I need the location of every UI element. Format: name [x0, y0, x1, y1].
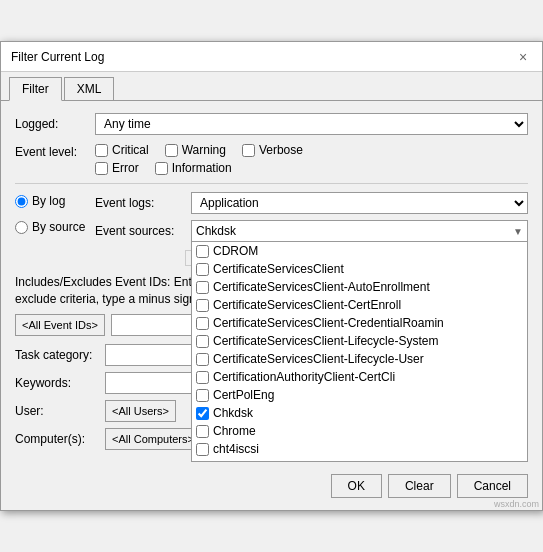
user-label: User: [15, 404, 105, 418]
error-input[interactable] [95, 162, 108, 175]
certsvcsclient-lifecycle-user-label: CertificateServicesClient-Lifecycle-User [213, 352, 424, 366]
radio-col: By log By source [15, 192, 95, 266]
ok-button[interactable]: OK [331, 474, 382, 498]
certpoleng-checkbox[interactable] [196, 389, 209, 402]
certsvcsclient-auto-label: CertificateServicesClient-AutoEnrollment [213, 280, 430, 294]
dropdown-item-cht4iscsi[interactable]: cht4iscsi [192, 440, 527, 458]
certsvcsclient-certenroll-checkbox[interactable] [196, 299, 209, 312]
information-checkbox[interactable]: Information [155, 161, 232, 175]
logged-dropdown[interactable]: Any time Last hour Last 12 hours Last 24… [95, 113, 528, 135]
logged-label: Logged: [15, 117, 95, 131]
tab-filter[interactable]: Filter [9, 77, 62, 101]
critical-input[interactable] [95, 144, 108, 157]
warning-checkbox[interactable]: Warning [165, 143, 226, 157]
tab-bar: Filter XML [1, 72, 542, 101]
certsvcsclient-auto-checkbox[interactable] [196, 281, 209, 294]
verbose-input[interactable] [242, 144, 255, 157]
bottom-buttons: OK Clear Cancel [1, 468, 542, 510]
critical-checkbox[interactable]: Critical [95, 143, 149, 157]
dropdown-item-certsvcsclient-credroam[interactable]: CertificateServicesClient-CredentialRoam… [192, 314, 527, 332]
chrome-checkbox[interactable] [196, 425, 209, 438]
event-sources-label: Event sources: [95, 224, 185, 238]
certsvcsclient-lifecycle-sys-checkbox[interactable] [196, 335, 209, 348]
error-checkbox[interactable]: Error [95, 161, 139, 175]
verbose-checkbox[interactable]: Verbose [242, 143, 303, 157]
chkdsk-checkbox[interactable] [196, 407, 209, 420]
certsvcsclient-label: CertificateServicesClient [213, 262, 344, 276]
by-source-input[interactable] [15, 221, 28, 234]
information-input[interactable] [155, 162, 168, 175]
event-level-row: Event level: Critical Warning Verbose [15, 143, 528, 175]
dropdown-item-certpoleng[interactable]: CertPolEng [192, 386, 527, 404]
by-source-label: By source [32, 220, 85, 234]
verbose-label: Verbose [259, 143, 303, 157]
task-category-label: Task category: [15, 348, 105, 362]
certsvcsclient-lifecycle-sys-label: CertificateServicesClient-Lifecycle-Syst… [213, 334, 438, 348]
event-sources-list[interactable]: CDROM CertificateServicesClient Certific… [191, 242, 528, 462]
chkdsk-label: Chkdsk [213, 406, 253, 420]
warning-label: Warning [182, 143, 226, 157]
logged-row: Logged: Any time Last hour Last 12 hours… [15, 113, 528, 135]
close-button[interactable]: × [514, 48, 532, 66]
computer-label: Computer(s): [15, 432, 105, 446]
cdrom-label: CDROM [213, 244, 258, 258]
dropdown-item-certauth-certcli[interactable]: CertificationAuthorityClient-CertCli [192, 368, 527, 386]
critical-label: Critical [112, 143, 149, 157]
dropdown-item-chrome[interactable]: Chrome [192, 422, 527, 440]
event-level-line1: Critical Warning Verbose [95, 143, 303, 157]
event-sources-dropdown-container: Chkdsk ▼ CDROM CertificateServices [191, 220, 528, 242]
event-logs-row: Event logs: Application [95, 192, 528, 214]
by-log-radio[interactable]: By log [15, 194, 95, 208]
dropdown-item-cdrom[interactable]: CDROM [192, 242, 527, 260]
tab-xml[interactable]: XML [64, 77, 115, 101]
chrome-label: Chrome [213, 424, 256, 438]
dropdown-item-certsvcsclient-auto[interactable]: CertificateServicesClient-AutoEnrollment [192, 278, 527, 296]
event-level-checkboxes: Critical Warning Verbose Error [95, 143, 303, 175]
all-users-button[interactable]: <All Users> [105, 400, 176, 422]
by-source-radio[interactable]: By source [15, 220, 95, 234]
error-label: Error [112, 161, 139, 175]
log-source-fields: Event logs: Application Event sources: C… [95, 192, 528, 266]
all-computers-button[interactable]: <All Computers> [105, 428, 201, 450]
cht4iscsi-label: cht4iscsi [213, 442, 259, 456]
by-log-input[interactable] [15, 195, 28, 208]
by-log-label: By log [32, 194, 65, 208]
cancel-button[interactable]: Cancel [457, 474, 528, 498]
dropdown-arrow-icon: ▼ [513, 226, 523, 237]
certsvcsclient-lifecycle-user-checkbox[interactable] [196, 353, 209, 366]
dropdown-item-certsvcsclient[interactable]: CertificateServicesClient [192, 260, 527, 278]
event-sources-dropdown-header[interactable]: Chkdsk ▼ [191, 220, 528, 242]
warning-input[interactable] [165, 144, 178, 157]
title-bar: Filter Current Log × [1, 42, 542, 72]
certsvcsclient-credroam-checkbox[interactable] [196, 317, 209, 330]
dropdown-item-certsvcsclient-lifecycle-sys[interactable]: CertificateServicesClient-Lifecycle-Syst… [192, 332, 527, 350]
dropdown-item-cht4vbd[interactable]: cht4vbd [192, 458, 527, 462]
event-level-line2: Error Information [95, 161, 303, 175]
certauth-certcli-checkbox[interactable] [196, 371, 209, 384]
dropdown-item-certsvcsclient-certenroll[interactable]: CertificateServicesClient-CertEnroll [192, 296, 527, 314]
keywords-label: Keywords: [15, 376, 105, 390]
logged-control: Any time Last hour Last 12 hours Last 24… [95, 113, 528, 135]
log-source-section: By log By source Event logs: Application… [15, 192, 528, 266]
certauth-certcli-label: CertificationAuthorityClient-CertCli [213, 370, 395, 384]
dropdown-item-certsvcsclient-lifecycle-user[interactable]: CertificateServicesClient-Lifecycle-User [192, 350, 527, 368]
information-label: Information [172, 161, 232, 175]
watermark: wsxdn.com [494, 499, 539, 509]
all-event-ids-button[interactable]: <All Event IDs> [15, 314, 105, 336]
clear-button[interactable]: Clear [388, 474, 451, 498]
event-sources-row: Event sources: Chkdsk ▼ CDROM [95, 220, 528, 242]
cht4vbd-checkbox[interactable] [196, 461, 209, 463]
certsvcsclient-certenroll-label: CertificateServicesClient-CertEnroll [213, 298, 401, 312]
cht4vbd-label: cht4vbd [213, 460, 255, 462]
cht4iscsi-checkbox[interactable] [196, 443, 209, 456]
filter-content: Logged: Any time Last hour Last 12 hours… [1, 101, 542, 468]
certsvcsclient-checkbox[interactable] [196, 263, 209, 276]
event-logs-select[interactable]: Application [191, 192, 528, 214]
dialog-title: Filter Current Log [11, 50, 104, 64]
event-logs-label: Event logs: [95, 196, 185, 210]
dropdown-item-chkdsk[interactable]: Chkdsk [192, 404, 527, 422]
event-sources-value: Chkdsk [196, 224, 236, 238]
filter-dialog: Filter Current Log × Filter XML Logged: … [0, 41, 543, 511]
event-level-label: Event level: [15, 143, 95, 159]
cdrom-checkbox[interactable] [196, 245, 209, 258]
